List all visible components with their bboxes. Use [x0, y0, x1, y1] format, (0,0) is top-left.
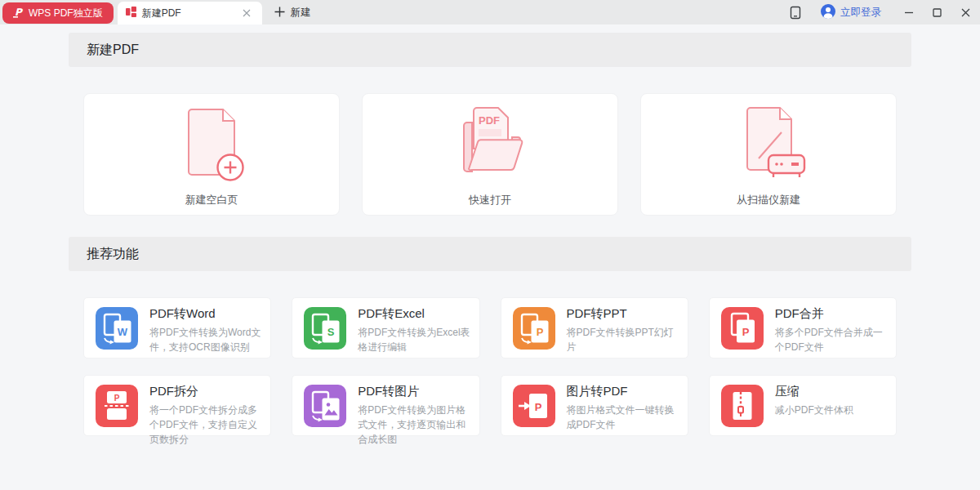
svg-text:P: P	[15, 7, 24, 18]
image-to-pdf-icon: P	[513, 385, 555, 427]
feature-card[interactable]: S PDF转Excel 将PDF文件转换为Excel表格进行编辑	[292, 297, 479, 359]
create-card-from-scanner[interactable]: 从扫描仪新建	[640, 93, 897, 216]
feature-title: PDF拆分	[149, 384, 262, 399]
svg-text:P: P	[742, 325, 749, 337]
pdf-compress-icon	[721, 385, 764, 427]
tab-grid-icon	[126, 7, 136, 20]
main-area: 新建PDF 新建空白页	[0, 24, 980, 490]
feature-row-1: W PDF转Word 将PDF文件转换为Word文件，支持OCR图像识别 S P…	[83, 297, 897, 359]
create-card-label: 从扫描仪新建	[737, 193, 800, 207]
feature-desc: 将图片格式文件一键转换成PDF文件	[567, 403, 679, 432]
plus-icon	[274, 6, 285, 20]
feature-card[interactable]: P PDF合并 将多个PDF文件合并成一个PDF文件	[709, 297, 897, 359]
device-icon[interactable]	[785, 2, 806, 23]
brand-label: WPS PDF独立版	[29, 7, 103, 20]
tab-new-pdf[interactable]: 新建PDF	[118, 2, 262, 24]
feature-desc: 将PDF文件转换PPT幻灯片	[567, 325, 679, 354]
feature-desc: 将一个PDF文件拆分成多个PDF文件，支持自定义页数拆分	[149, 403, 262, 447]
pdf-split-icon: P	[96, 385, 138, 427]
quick-open-icon-text: PDF	[479, 114, 500, 127]
quick-open-folder-icon: PDF	[444, 101, 536, 189]
section-recommended-title: 推荐功能	[87, 246, 139, 263]
feature-card[interactable]: P PDF转PPT 将PDF文件转换PPT幻灯片	[501, 297, 688, 359]
brand-button[interactable]: P WPS PDF独立版	[2, 2, 114, 24]
scanner-icon	[723, 101, 814, 189]
svg-text:P: P	[114, 394, 120, 403]
svg-text:P: P	[536, 326, 543, 338]
feature-desc: 将多个PDF文件合并成一个PDF文件	[775, 325, 888, 354]
feature-card[interactable]: W PDF转Word 将PDF文件转换为Word文件，支持OCR图像识别	[83, 297, 271, 359]
titlebar: P WPS PDF独立版 新建PDF 新建	[0, 0, 980, 24]
feature-title: 图片转PDF	[567, 384, 679, 399]
maximize-icon[interactable]	[923, 0, 951, 24]
feature-desc: 将PDF文件转换为Word文件，支持OCR图像识别	[149, 325, 262, 354]
section-new-pdf-title: 新建PDF	[87, 42, 139, 59]
feature-title: PDF转Excel	[358, 306, 470, 322]
feature-card[interactable]: P PDF拆分 将一个PDF文件拆分成多个PDF文件，支持自定义页数拆分	[83, 375, 271, 436]
feature-desc: 将PDF文件转换为Excel表格进行编辑	[358, 325, 470, 354]
feature-title: PDF转PPT	[567, 306, 679, 322]
svg-text:S: S	[327, 326, 335, 338]
feature-title: PDF转图片	[358, 384, 470, 399]
feature-card[interactable]: P 图片转PDF 将图片格式文件一键转换成PDF文件	[501, 375, 688, 436]
feature-title: 压缩	[775, 384, 888, 399]
blank-page-icon	[166, 101, 257, 189]
create-card-quick-open[interactable]: PDF 快速打开	[362, 93, 618, 216]
window-close-icon[interactable]	[951, 0, 980, 24]
pdf-merge-icon: P	[721, 307, 764, 350]
feature-card[interactable]: 压缩 减小PDF文件体积	[709, 375, 897, 436]
login-label: 立即登录	[840, 6, 881, 20]
avatar-icon	[821, 4, 835, 21]
login-button[interactable]: 立即登录	[821, 4, 881, 21]
svg-text:W: W	[118, 326, 128, 338]
feature-title: PDF合并	[775, 306, 888, 322]
new-tab-button[interactable]: 新建	[274, 6, 311, 20]
pdf-to-word-icon: W	[96, 307, 138, 350]
minimize-icon[interactable]	[894, 0, 923, 24]
feature-desc: 将PDF文件转换为图片格式文件，支持逐页输出和合成长图	[358, 403, 470, 447]
section-recommended-header: 推荐功能	[69, 237, 911, 271]
new-tab-label: 新建	[291, 6, 311, 20]
tab-label: 新建PDF	[142, 7, 181, 20]
pdf-to-image-icon	[304, 385, 346, 427]
feature-desc: 减小PDF文件体积	[775, 403, 888, 417]
create-card-label: 快速打开	[469, 193, 511, 207]
feature-card[interactable]: PDF转图片 将PDF文件转换为图片格式文件，支持逐页输出和合成长图	[292, 375, 479, 436]
pdf-to-ppt-icon: P	[513, 307, 555, 350]
create-card-label: 新建空白页	[185, 193, 238, 207]
titlebar-right: 立即登录	[785, 0, 980, 24]
feature-row-2: P PDF拆分 将一个PDF文件拆分成多个PDF文件，支持自定义页数拆分 PDF…	[83, 375, 897, 436]
pdf-to-excel-icon: S	[304, 307, 346, 350]
section-new-pdf-header: 新建PDF	[69, 33, 911, 67]
svg-text:P: P	[534, 400, 541, 412]
create-cards-row: 新建空白页 PDF 快速打开	[83, 93, 897, 216]
create-card-blank-page[interactable]: 新建空白页	[83, 93, 340, 216]
wps-pdf-logo-icon: P	[13, 7, 24, 20]
feature-title: PDF转Word	[149, 306, 262, 322]
tab-close-icon[interactable]	[239, 6, 254, 20]
